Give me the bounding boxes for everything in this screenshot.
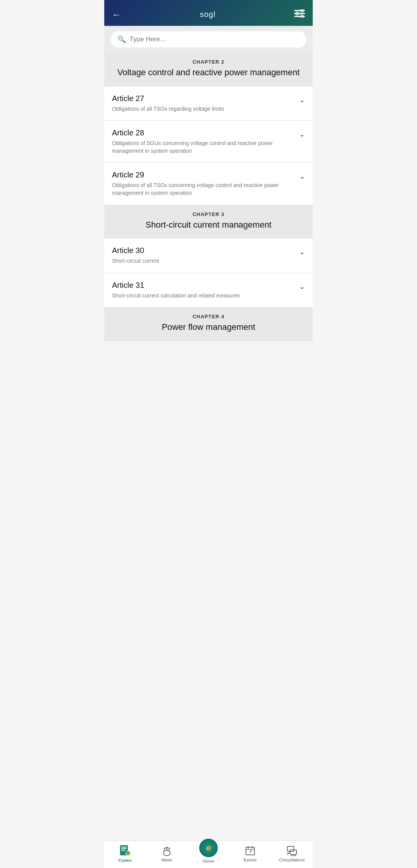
nav-item-news[interactable]: News (146, 845, 188, 862)
article-31-content: Article 31 Short-circuit current calcula… (112, 281, 299, 300)
consultations-icon (286, 845, 297, 856)
events-icon (245, 845, 256, 856)
bottom-nav: ⚡ Codes News e Home Events (104, 841, 313, 868)
header-title: sogl (200, 10, 216, 19)
svg-rect-18 (290, 850, 297, 854)
chapter-3-title: Short-circuit current management (112, 220, 305, 231)
search-bar[interactable]: 🔍 (110, 31, 307, 47)
article-30-subtitle: Short-circuit current (112, 257, 295, 265)
article-31-title: Article 31 (112, 281, 295, 290)
chapter-2-label: CHAPTER 2 (112, 59, 305, 65)
chapter-2-title: Voltage control and reactive power manag… (112, 67, 305, 78)
chevron-down-icon: ⌄ (299, 282, 305, 291)
home-label: Home (203, 859, 214, 863)
events-label: Events (244, 858, 257, 862)
article-30-title: Article 30 (112, 246, 295, 255)
svg-rect-17 (287, 846, 294, 851)
nav-item-events[interactable]: Events (229, 845, 271, 862)
article-27-content: Article 27 Obligations of all TSOs regar… (112, 94, 299, 113)
scroll-content: CHAPTER 2 Voltage control and reactive p… (104, 53, 313, 376)
news-label: News (161, 858, 172, 862)
app-header: ← sogl (104, 0, 313, 26)
article-29-title: Article 29 (112, 171, 295, 179)
news-icon (161, 845, 172, 856)
back-button[interactable]: ← (112, 10, 121, 19)
article-27-subtitle: Obligations of all TSOs regarding voltag… (112, 105, 295, 113)
chevron-down-icon: ⌄ (299, 130, 305, 138)
search-icon: 🔍 (117, 35, 126, 44)
settings-button[interactable] (294, 9, 305, 20)
article-28-item[interactable]: Article 28 Obligations of SGUs concernin… (104, 121, 313, 163)
chapter-2-header: CHAPTER 2 Voltage control and reactive p… (104, 53, 313, 86)
nav-item-home[interactable]: e Home (188, 844, 229, 863)
article-30-content: Article 30 Short-circuit current (112, 246, 299, 265)
chapter-3-label: CHAPTER 3 (112, 211, 305, 217)
article-29-item[interactable]: Article 29 Obligations of all TSOs conce… (104, 163, 313, 205)
chevron-down-icon: ⌄ (299, 172, 305, 181)
codes-icon: ⚡ (119, 845, 131, 856)
settings-icon (294, 9, 305, 18)
article-29-subtitle: Obligations of all TSOs concerning volta… (112, 182, 295, 197)
codes-label: Codes (119, 858, 132, 863)
nav-item-consultations[interactable]: Consultations (271, 845, 313, 862)
article-27-item[interactable]: Article 27 Obligations of all TSOs regar… (104, 86, 313, 121)
chapter-3-header: CHAPTER 3 Short-circuit current manageme… (104, 205, 313, 239)
article-28-subtitle: Obligations of SGUs concerning voltage c… (112, 140, 295, 155)
search-input[interactable] (130, 35, 300, 43)
article-31-subtitle: Short-circuit current calculation and re… (112, 292, 295, 300)
svg-text:⚡: ⚡ (126, 851, 131, 856)
chevron-down-icon: ⌄ (299, 96, 305, 104)
chapter-4-label: CHAPTER 4 (112, 314, 305, 319)
article-28-title: Article 28 (112, 128, 295, 137)
article-27-title: Article 27 (112, 94, 295, 103)
svg-rect-8 (121, 848, 127, 849)
svg-point-12 (163, 850, 170, 856)
home-icon: e (199, 839, 218, 857)
article-31-item[interactable]: Article 31 Short-circuit current calcula… (104, 273, 313, 308)
article-29-content: Article 29 Obligations of all TSOs conce… (112, 171, 299, 197)
chapter-4-title: Power flow management (112, 322, 305, 333)
svg-rect-7 (121, 847, 127, 848)
article-28-content: Article 28 Obligations of SGUs concernin… (112, 128, 299, 155)
article-30-item[interactable]: Article 30 Short-circuit current ⌄ (104, 238, 313, 273)
chapter-4-header: CHAPTER 4 Power flow management (104, 307, 313, 341)
nav-item-codes[interactable]: ⚡ Codes (104, 845, 146, 863)
chevron-down-icon: ⌄ (299, 248, 305, 256)
search-container: 🔍 (104, 26, 313, 53)
consultations-label: Consultations (279, 858, 305, 862)
svg-rect-9 (121, 850, 125, 851)
